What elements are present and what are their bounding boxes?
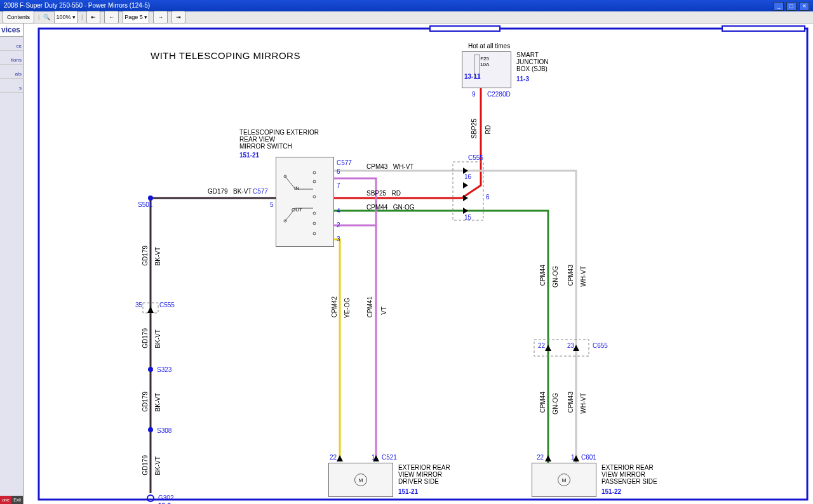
conn-c577: C577 [337, 159, 352, 166]
passenger-mirror-box: M [532, 463, 596, 497]
zoom-select[interactable]: 100% ▾ [54, 11, 77, 23]
ckt-bkvt-v4: BK-VT [154, 456, 161, 475]
ckt-gd179-bkvt: GD179 BK-VT [208, 188, 252, 195]
pin-9: 9 [472, 91, 476, 98]
sidebar: vices ce tions als s one Exit [0, 23, 24, 504]
driver-mirror-name: EXTERIOR REAR VIEW MIRROR DRIVER SIDE [398, 464, 450, 485]
motor-icon: M [354, 474, 367, 486]
contents-button[interactable]: Contents [3, 11, 34, 23]
window-title: 2008 F-Super Duty 250-550 - Power Mirror… [4, 0, 150, 11]
svg-point-21 [148, 427, 153, 432]
close-button[interactable]: ✕ [799, 2, 809, 11]
splice-s323: S323 [157, 366, 171, 373]
ckt-cpm42-v: CPM42 [331, 296, 338, 317]
pin-1b: 1 [571, 454, 575, 461]
sidebar-home-button[interactable]: one [0, 496, 11, 504]
svg-point-20 [148, 367, 153, 372]
svg-marker-16 [545, 345, 551, 351]
svg-marker-9 [463, 182, 468, 189]
splice-s308: S308 [157, 427, 171, 434]
fuse-label: F25 10A [480, 56, 489, 67]
ckt-sbp25-rd: SBP25 RD [366, 190, 401, 197]
sidebar-item[interactable]: tions [0, 51, 23, 65]
fwd-button[interactable]: → [153, 11, 168, 23]
svg-point-19 [148, 196, 153, 201]
switch-ref: 151-21 [239, 152, 259, 159]
diagram-title: WITH TELESCOPING MIRRORS [151, 50, 300, 61]
window-buttons: _ ▢ ✕ [773, 0, 809, 11]
pin-7: 7 [337, 182, 340, 189]
svg-rect-2 [722, 26, 805, 31]
svg-point-28 [313, 212, 316, 215]
pin-35: 35 [135, 302, 142, 308]
switch-name: TELESCOPING EXTERIOR REAR VIEW MIRROR SW… [239, 129, 319, 150]
ckt-bkvt-v3: BK-VT [154, 393, 161, 411]
back-button[interactable]: ← [104, 11, 119, 23]
window-titlebar: 2008 F-Super Duty 250-550 - Power Mirror… [0, 0, 813, 11]
ckt-rd-v: RD [485, 125, 492, 134]
ckt-bkvt-v2: BK-VT [154, 329, 161, 348]
pin-15: 15 [464, 214, 471, 221]
svg-point-30 [313, 232, 316, 235]
ckt-gd179-v4: GD179 [142, 455, 149, 475]
sidebar-item[interactable]: ce [0, 37, 23, 51]
ckt-cpm43-v2: CPM43 [567, 392, 574, 413]
sidebar-item[interactable]: als [0, 65, 23, 79]
svg-point-25 [313, 171, 316, 174]
conn-c2280d: C2280D [487, 91, 511, 98]
ckt-gd179-v1: GD179 [142, 246, 149, 266]
ckt-gd179-v2: GD179 [142, 328, 149, 348]
ckt-cpm44-gnog: CPM44 GN-OG [366, 204, 415, 211]
pin-23: 23 [567, 342, 574, 349]
sjb-ref2: 11-3 [516, 76, 529, 83]
svg-point-26 [313, 180, 316, 183]
switch-symbol-icon [276, 157, 333, 246]
svg-marker-12 [337, 455, 343, 461]
pin-5: 5 [270, 201, 274, 208]
conn-c555: C555 [468, 154, 483, 161]
ckt-gnog-v2: GN-OG [552, 393, 559, 414]
splice-s501: S501 [138, 201, 152, 208]
prev-page-button[interactable]: ⇤ [86, 11, 100, 23]
hot-label: Hot at all times [468, 43, 510, 50]
minimize-button[interactable]: _ [774, 2, 784, 11]
ckt-cpm43-whvt: CPM43 WH-VT [366, 163, 413, 170]
maximize-button[interactable]: ▢ [786, 2, 796, 11]
next-page-button[interactable]: ⇥ [171, 11, 185, 23]
motor-icon: M [558, 474, 570, 486]
toolbar: Contents | 🔍 100% ▾ | ⇤ ← Page 5 ▾ → ⇥ [0, 11, 813, 23]
sidebar-exit-button[interactable]: Exit [11, 496, 23, 504]
pin-1: 1 [372, 454, 375, 461]
sjb-box: F25 10A [462, 51, 511, 88]
sjb-name: SMART JUNCTION BOX (SJB) [516, 51, 549, 72]
ground-g302: G302 [158, 494, 173, 501]
sidebar-brand: vices [0, 23, 23, 37]
ckt-whvt-v: WH-VT [580, 266, 587, 287]
sidebar-item[interactable]: s [0, 79, 23, 93]
ckt-cpm44-v: CPM44 [539, 265, 546, 286]
svg-marker-11 [463, 208, 468, 214]
page-select[interactable]: Page 5 ▾ [123, 11, 149, 23]
pin-4: 4 [337, 208, 340, 215]
pin-3: 3 [337, 235, 340, 242]
ckt-gnog-v: GN-OG [552, 266, 559, 288]
driver-mirror-ref: 151-21 [398, 488, 418, 495]
wiring-diagram: WITH TELESCOPING MIRRORS F25 10A Hot at … [24, 23, 813, 504]
pin-22c: 22 [538, 342, 545, 349]
mirror-switch-box: IN OUT [276, 157, 334, 247]
passenger-mirror-name: EXTERIOR REAR VIEW MIRROR PASSENGER SIDE [601, 464, 657, 485]
svg-marker-18 [147, 307, 154, 313]
conn-c601: C601 [581, 454, 596, 461]
ckt-sbp25-v: SBP25 [471, 119, 478, 138]
svg-point-27 [313, 196, 316, 198]
conn-c555b: C555 [159, 302, 175, 308]
ckt-gd179-v3: GD179 [142, 392, 149, 412]
ckt-cpm44-v2: CPM44 [539, 392, 546, 413]
ckt-cpm43-v: CPM43 [567, 265, 574, 286]
svg-point-29 [313, 222, 316, 225]
driver-mirror-box: M [328, 463, 393, 497]
zoom-glass-icon[interactable]: 🔍 [43, 11, 50, 23]
pin-2: 2 [337, 222, 340, 229]
svg-rect-1 [430, 26, 500, 31]
ckt-yeog-v: YE-OG [344, 298, 351, 318]
